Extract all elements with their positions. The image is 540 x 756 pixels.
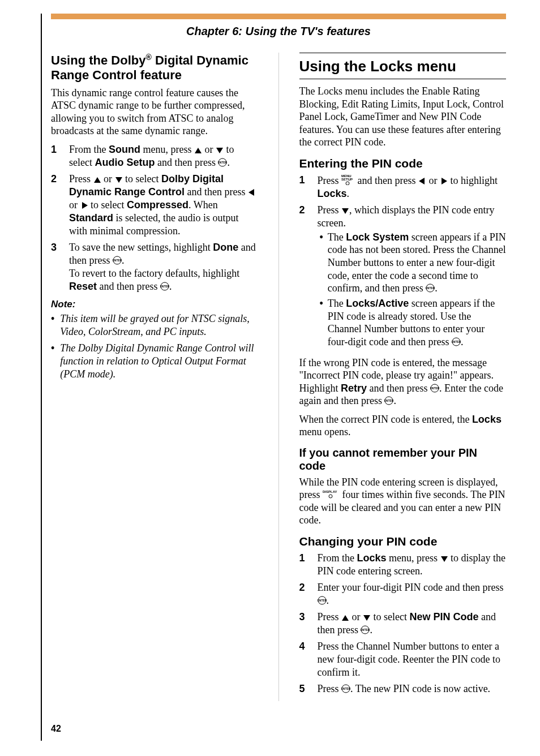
step-2: 2 Press , which displays the PIN code en…	[299, 204, 507, 351]
change-steps: 1 From the Locks menu, press to display …	[299, 552, 507, 695]
step-4: 4 Press the Channel Number buttons to en…	[299, 640, 507, 679]
locks-heading: Using the Locks menu	[299, 53, 507, 79]
forgot-pin-heading: If you cannot remember your PIN code	[299, 446, 507, 472]
enter-icon	[218, 158, 227, 167]
enter-icon	[318, 596, 327, 605]
note-item: The Dolby Digital Dynamic Range Control …	[51, 342, 258, 381]
step-number: 1	[299, 552, 310, 578]
column-divider	[278, 53, 279, 701]
arrow-right-icon	[80, 201, 88, 209]
arrow-down-icon	[216, 147, 224, 154]
arrow-left-icon	[418, 177, 426, 185]
step-number: 5	[299, 682, 310, 695]
step-number: 4	[299, 640, 310, 679]
note-heading: Note:	[51, 299, 258, 310]
enter-icon	[361, 625, 370, 634]
step-3: 3 To save the new settings, highlight Do…	[51, 241, 258, 293]
arrow-up-icon	[194, 147, 202, 154]
page-number: 42	[51, 724, 506, 734]
enter-substeps: • The Lock System screen appears if a PI…	[318, 231, 507, 349]
arrow-down-icon	[115, 177, 123, 183]
correct-pin-text: When the correct PIN code is entered, th…	[299, 413, 507, 439]
step-2: 2 Enter your four-digit PIN code and the…	[299, 581, 507, 607]
step-number: 2	[51, 173, 61, 238]
arrow-down-icon	[341, 208, 349, 214]
left-rule	[41, 14, 42, 741]
arrow-left-icon	[248, 188, 256, 196]
display-icon	[323, 489, 340, 499]
step-1: 1 From the Locks menu, press to display …	[299, 552, 507, 578]
forgot-pin-text: While the PIN code entering screen is di…	[299, 476, 507, 527]
sub-item: • The Lock System screen appears if a PI…	[318, 231, 507, 295]
right-column: Using the Locks menu The Locks menu incl…	[299, 53, 507, 701]
sub-item: • The Locks/Active screen appears if the…	[318, 297, 507, 349]
menu-setup-icon	[341, 174, 355, 185]
enter-icon	[384, 396, 393, 405]
left-column: Using the Dolby® Digital Dynamic Range C…	[51, 53, 258, 701]
enter-icon	[430, 384, 439, 393]
locks-intro: The Locks menu includes the Enable Ratin…	[299, 85, 507, 149]
step-2: 2 Press or to select Dolby Digital Dynam…	[51, 173, 258, 238]
entering-pin-heading: Entering the PIN code	[299, 157, 507, 170]
enter-steps: 1 Press and then press or to highlight L…	[299, 174, 507, 351]
step-number: 1	[51, 143, 61, 169]
heading-text-pre: Using the Dolby	[51, 53, 145, 67]
enter-icon	[452, 337, 461, 346]
arrow-right-icon	[440, 177, 448, 185]
step-5: 5 Press . The new PIN code is now active…	[299, 682, 507, 695]
arrow-up-icon	[93, 177, 101, 183]
dolby-heading: Using the Dolby® Digital Dynamic Range C…	[51, 53, 258, 82]
dolby-intro: This dynamic range control feature cause…	[51, 87, 258, 138]
enter-icon	[160, 282, 169, 291]
step-number: 1	[299, 174, 310, 200]
note-item: This item will be grayed out for NTSC si…	[51, 312, 258, 338]
step-1: 1 From the Sound menu, press or to selec…	[51, 143, 258, 169]
step-1: 1 Press and then press or to highlight L…	[299, 174, 507, 200]
arrow-down-icon	[363, 615, 371, 621]
step-number: 2	[299, 581, 310, 607]
step-number: 3	[299, 611, 310, 637]
wrong-pin-text: If the wrong PIN code is entered, the me…	[299, 356, 507, 407]
step-number: 3	[51, 241, 61, 293]
arrow-down-icon	[440, 556, 448, 562]
note-list: This item will be grayed out for NTSC si…	[51, 312, 258, 381]
registered-mark: ®	[145, 53, 151, 62]
dolby-steps: 1 From the Sound menu, press or to selec…	[51, 143, 258, 293]
enter-icon	[113, 256, 122, 265]
step-number: 2	[299, 204, 310, 351]
enter-icon	[341, 684, 350, 693]
step-3: 3 Press or to select New PIN Code and th…	[299, 611, 507, 637]
top-accent-bar	[51, 14, 506, 19]
change-pin-heading: Changing your PIN code	[299, 535, 507, 548]
enter-icon	[426, 284, 435, 293]
chapter-title: Chapter 6: Using the TV's features	[51, 25, 506, 38]
arrow-up-icon	[341, 615, 349, 621]
